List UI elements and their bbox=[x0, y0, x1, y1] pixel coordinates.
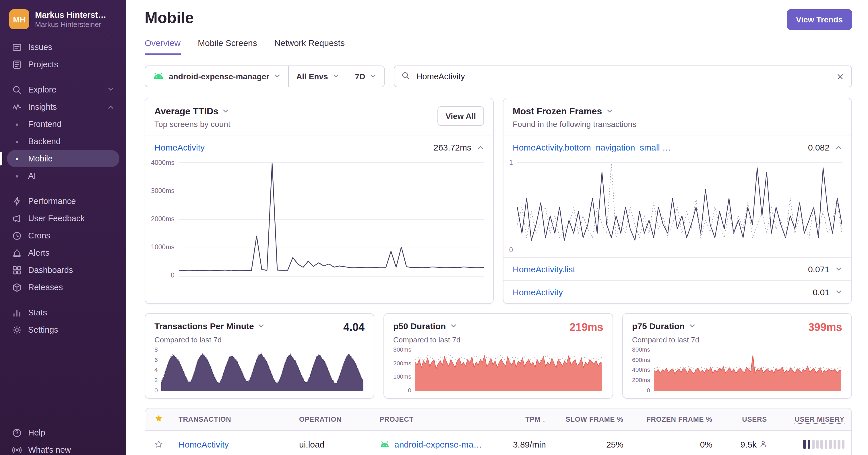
column-header-frozen-frame[interactable]: FROZEN FRAME % bbox=[630, 409, 719, 429]
tab-overview[interactable]: Overview bbox=[145, 38, 181, 55]
chevron-down-icon[interactable] bbox=[835, 264, 842, 274]
transaction-link[interactable]: HomeActivity.list bbox=[513, 264, 575, 274]
sidebar-item-label: Issues bbox=[28, 42, 52, 52]
column-header-slow-frame[interactable]: SLOW FRAME % bbox=[553, 409, 630, 429]
table-row: HomeActivity ui.load android-expense-man… bbox=[145, 431, 851, 455]
frozen-row-collapsed[interactable]: HomeActivity 0.01 bbox=[503, 280, 851, 303]
clear-search-icon[interactable] bbox=[836, 72, 844, 81]
tpm-card: Transactions Per Minute 4.04 Compared to… bbox=[145, 313, 374, 399]
tab-network-requests[interactable]: Network Requests bbox=[274, 38, 345, 55]
chevron-down-icon bbox=[107, 85, 114, 94]
sidebar-item-whats-new[interactable]: What's new bbox=[7, 441, 119, 455]
chevron-down-icon[interactable] bbox=[606, 106, 613, 117]
user-org: Markus Hintersteiner bbox=[35, 20, 106, 28]
sidebar-item-dashboards[interactable]: Dashboards bbox=[7, 261, 119, 279]
performance-icon bbox=[12, 196, 22, 206]
sidebar-item-user-feedback[interactable]: User Feedback bbox=[7, 210, 119, 227]
sidebar-item-label: Dashboards bbox=[28, 265, 73, 275]
chevron-down-icon bbox=[274, 72, 281, 81]
favorite-star-icon[interactable] bbox=[154, 440, 163, 449]
table-header-row: TRANSACTION OPERATION PROJECT TPM↓ SLOW … bbox=[145, 408, 851, 431]
card-subtitle: Compared to last 7d bbox=[154, 336, 365, 344]
chevron-up-icon[interactable] bbox=[477, 142, 484, 152]
card-title: p75 Duration bbox=[632, 321, 685, 331]
chevron-up-icon bbox=[107, 102, 114, 111]
page-filter-bar: android-expense-manager All Envs 7D bbox=[145, 65, 852, 87]
column-header-users[interactable]: USERS bbox=[719, 409, 774, 429]
sidebar-item-stats[interactable]: Stats bbox=[7, 304, 119, 321]
chevron-down-icon[interactable] bbox=[689, 321, 695, 331]
sidebar-item-label: Projects bbox=[28, 60, 58, 69]
environment-selector[interactable]: All Envs bbox=[289, 66, 348, 87]
chevron-up-icon[interactable] bbox=[835, 142, 842, 152]
p75-y-axis: 800ms600ms400ms200ms0 bbox=[632, 349, 654, 391]
transaction-link[interactable]: HomeActivity bbox=[513, 287, 563, 297]
average-ttids-card: Average TTIDs Top screens by count View … bbox=[145, 98, 494, 304]
sidebar-item-performance[interactable]: Performance bbox=[7, 193, 119, 210]
sidebar-item-help[interactable]: Help bbox=[7, 424, 119, 441]
frozen-row-expanded[interactable]: HomeActivity.bottom_navigation_small … 0… bbox=[503, 136, 851, 159]
sidebar-item-explore[interactable]: Explore bbox=[7, 81, 119, 98]
ttid-value: 263.72ms bbox=[433, 142, 471, 152]
sidebar-item-settings[interactable]: Settings bbox=[7, 321, 119, 338]
sidebar-item-crons[interactable]: Crons bbox=[7, 227, 119, 244]
frozen-value: 0.082 bbox=[808, 142, 830, 152]
sidebar-item-label: Alerts bbox=[28, 248, 50, 257]
chevron-down-icon[interactable] bbox=[258, 321, 265, 331]
sidebar-item-label: Crons bbox=[28, 231, 50, 240]
sidebar-item-frontend[interactable]: • Frontend bbox=[7, 115, 119, 133]
sidebar-nav: Issues Projects Explore Insights • Front… bbox=[7, 38, 119, 338]
column-header-project[interactable]: PROJECT bbox=[373, 409, 490, 429]
ttid-y-axis: 4000ms3000ms2000ms1000ms0 bbox=[151, 162, 179, 277]
card-subtitle: Top screens by count bbox=[154, 119, 230, 129]
stats-icon bbox=[12, 308, 22, 317]
transaction-link[interactable]: HomeActivity bbox=[154, 142, 205, 152]
date-range-selector[interactable]: 7D bbox=[348, 66, 384, 87]
card-subtitle: Compared to last 7d bbox=[393, 336, 603, 344]
chevron-down-icon[interactable] bbox=[450, 321, 457, 331]
column-header-tpm[interactable]: TPM↓ bbox=[490, 409, 553, 429]
view-all-button[interactable]: View All bbox=[437, 106, 484, 126]
user-name: Markus Hinterst… bbox=[35, 10, 106, 19]
chevron-down-icon[interactable] bbox=[222, 106, 229, 117]
column-header-operation[interactable]: OPERATION bbox=[292, 409, 373, 429]
sidebar-item-releases[interactable]: Releases bbox=[7, 279, 119, 296]
sidebar-item-insights[interactable]: Insights bbox=[7, 98, 119, 115]
p50-value: 219ms bbox=[569, 321, 603, 334]
sidebar-item-issues[interactable]: Issues bbox=[7, 38, 119, 56]
transaction-link[interactable]: HomeActivity bbox=[179, 439, 229, 449]
tab-mobile-screens[interactable]: Mobile Screens bbox=[198, 38, 257, 55]
issues-icon bbox=[12, 42, 22, 52]
frozen-row-collapsed[interactable]: HomeActivity.list 0.071 bbox=[503, 257, 851, 280]
sidebar-item-label: Releases bbox=[28, 283, 63, 292]
p50-y-axis: 300ms200ms100ms0 bbox=[393, 349, 415, 391]
tpm-value: 4.04 bbox=[343, 321, 365, 334]
sidebar-bottom: Help What's new bbox=[7, 424, 119, 455]
search-icon bbox=[401, 71, 410, 82]
user-menu[interactable]: MH Markus Hinterst… Markus Hintersteiner bbox=[7, 8, 119, 38]
android-icon bbox=[379, 439, 390, 449]
ttid-transaction-row[interactable]: HomeActivity 263.72ms bbox=[145, 136, 493, 159]
project-cell: android-expense-manager bbox=[373, 431, 490, 455]
column-header-user-misery[interactable]: USER MISERY bbox=[774, 409, 851, 429]
frozen-y-axis: 10 bbox=[509, 162, 518, 252]
project-selector[interactable]: android-expense-manager bbox=[145, 66, 289, 87]
tpm-y-axis: 86420 bbox=[154, 349, 161, 391]
project-link[interactable]: android-expense-manager bbox=[394, 439, 483, 449]
sidebar-item-mobile[interactable]: • Mobile bbox=[7, 150, 119, 167]
sidebar-item-ai[interactable]: • AI bbox=[7, 167, 119, 184]
card-subtitle: Found in the following transactions bbox=[513, 119, 637, 129]
chevron-down-icon[interactable] bbox=[835, 287, 842, 297]
transaction-link[interactable]: HomeActivity.bottom_navigation_small … bbox=[513, 142, 671, 152]
p50-chart bbox=[415, 349, 602, 391]
view-trends-button[interactable]: View Trends bbox=[787, 9, 852, 30]
alerts-icon bbox=[12, 248, 22, 258]
sidebar-item-label: Frontend bbox=[28, 119, 61, 129]
search-input[interactable] bbox=[415, 71, 831, 82]
sidebar-item-alerts[interactable]: Alerts bbox=[7, 244, 119, 261]
favorites-column-header[interactable] bbox=[145, 408, 172, 430]
sidebar-item-backend[interactable]: • Backend bbox=[7, 133, 119, 150]
sidebar-item-projects[interactable]: Projects bbox=[7, 56, 119, 73]
column-header-transaction[interactable]: TRANSACTION bbox=[172, 409, 292, 429]
p75-chart bbox=[654, 349, 841, 391]
